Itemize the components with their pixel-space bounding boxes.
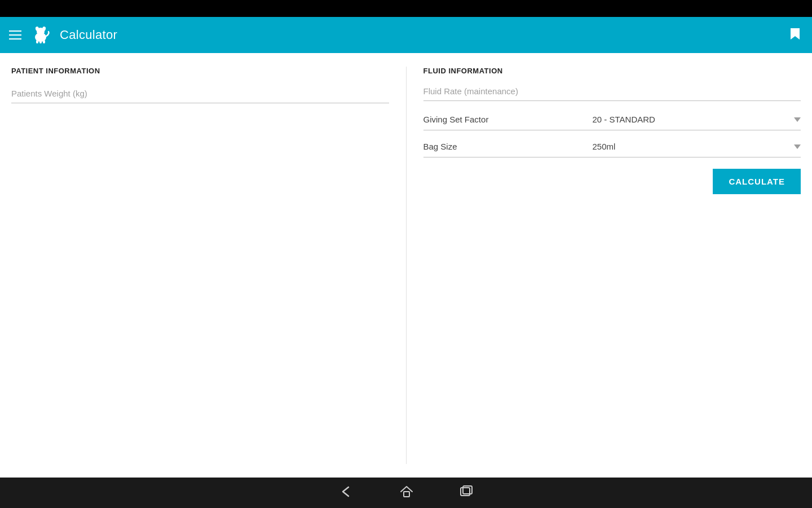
svg-rect-6 <box>43 40 45 43</box>
animal-logo-icon <box>30 25 51 45</box>
calculate-button[interactable]: CALCULATE <box>713 169 801 194</box>
back-icon <box>338 485 354 498</box>
recent-apps-button[interactable] <box>459 485 474 501</box>
status-bar <box>0 0 812 17</box>
fluid-panel: FLUID INFORMATION Giving Set Factor 20 -… <box>407 67 801 464</box>
giving-set-factor-label: Giving Set Factor <box>423 115 593 124</box>
weight-field-container <box>11 84 389 103</box>
menu-icon[interactable] <box>9 30 21 40</box>
calculate-btn-row: CALCULATE <box>423 169 801 194</box>
fluid-section-title: FLUID INFORMATION <box>423 67 801 75</box>
fluid-rate-input[interactable] <box>423 84 801 98</box>
giving-set-factor-caret-icon <box>794 117 801 122</box>
recent-apps-icon <box>459 485 474 498</box>
nav-bar <box>0 478 812 508</box>
home-button[interactable] <box>399 484 414 501</box>
bag-size-label: Bag Size <box>423 142 593 151</box>
app-title: Calculator <box>60 28 117 42</box>
fluid-rate-row <box>423 84 801 101</box>
bag-size-row[interactable]: Bag Size 250ml <box>423 142 801 157</box>
bookmark-icon <box>787 26 803 42</box>
pin-icon[interactable] <box>787 26 803 44</box>
patient-section-title: PATIENT INFORMATION <box>11 67 389 75</box>
back-button[interactable] <box>338 485 354 501</box>
svg-rect-4 <box>36 40 38 43</box>
giving-set-factor-row[interactable]: Giving Set Factor 20 - STANDARD <box>423 115 801 130</box>
svg-rect-7 <box>404 492 409 497</box>
toolbar-left: Calculator <box>9 25 117 45</box>
giving-set-factor-value: 20 - STANDARD <box>593 115 790 124</box>
home-icon <box>399 484 414 499</box>
patient-panel: PATIENT INFORMATION <box>11 67 407 464</box>
svg-rect-5 <box>39 40 42 43</box>
main-content: PATIENT INFORMATION FLUID INFORMATION Gi… <box>0 53 812 478</box>
patient-weight-input[interactable] <box>11 84 389 103</box>
app-toolbar: Calculator <box>0 17 812 53</box>
bag-size-caret-icon <box>794 144 801 149</box>
bag-size-value: 250ml <box>593 142 790 151</box>
